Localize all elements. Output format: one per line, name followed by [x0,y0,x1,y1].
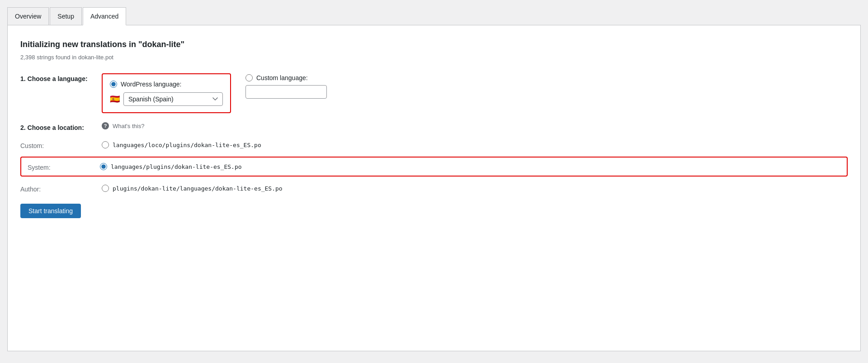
flag-emoji: 🇪🇸 [110,95,120,103]
start-translating-button[interactable]: Start translating [20,204,81,218]
custom-location-label: Custom: [20,140,102,149]
custom-location-path: languages/loco/plugins/dokan-lite-es_ES.… [113,142,261,148]
help-icon[interactable]: ? [102,122,109,129]
system-location-option: languages/plugins/dokan-lite-es_ES.po [100,163,242,170]
wp-language-radio[interactable] [110,81,117,88]
system-location-label: System: [28,162,100,171]
language-select-row: 🇪🇸 Spanish (Spain) [110,92,223,106]
custom-location-row: Custom: languages/loco/plugins/dokan-lit… [20,140,848,149]
wordpress-language-block: WordPress language: 🇪🇸 Spanish (Spain) [102,73,231,113]
language-select[interactable]: Spanish (Spain) [123,92,223,106]
wp-language-radio-label[interactable]: WordPress language: [121,81,181,88]
whats-this-text: What's this? [113,123,144,129]
system-location-radio[interactable] [100,163,107,170]
location-label: 2. Choose a location: [20,122,102,131]
tab-overview[interactable]: Overview [7,7,49,25]
author-location-option: plugins/dokan-lite/languages/dokan-lite-… [102,185,283,192]
custom-language-radio[interactable] [245,74,253,81]
tab-setup[interactable]: Setup [50,7,82,25]
custom-language-input-row [245,85,327,99]
location-help-row: ? What's this? [102,122,144,129]
wp-language-radio-row: WordPress language: [110,81,223,88]
custom-language-block: Custom language: [245,73,327,99]
custom-language-label[interactable]: Custom language: [256,74,308,81]
author-location-radio[interactable] [102,185,109,192]
custom-language-radio-row: Custom language: [245,74,327,81]
custom-location-radio[interactable] [102,141,109,148]
page-title: Initializing new translations in "dokan-… [20,40,848,49]
author-location-path: plugins/dokan-lite/languages/dokan-lite-… [113,185,283,192]
system-location-path: languages/plugins/dokan-lite-es_ES.po [111,163,242,170]
author-location-label: Author: [20,184,102,193]
content-card: Initializing new translations in "dokan-… [7,25,861,351]
system-location-inner: System: languages/plugins/dokan-lite-es_… [28,162,840,171]
custom-language-input[interactable] [245,85,327,99]
custom-location-option: languages/loco/plugins/dokan-lite-es_ES.… [102,141,261,148]
tabs-bar: Overview Setup Advanced [7,7,861,25]
author-location-row: Author: plugins/dokan-lite/languages/dok… [20,184,848,193]
system-location-highlighted: System: languages/plugins/dokan-lite-es_… [20,157,848,177]
tab-advanced[interactable]: Advanced [83,7,126,25]
language-options: WordPress language: 🇪🇸 Spanish (Spain) C… [102,73,848,113]
language-label: 1. Choose a language: [20,73,102,82]
location-section-header: 2. Choose a location: ? What's this? [20,122,848,131]
language-section: 1. Choose a language: WordPress language… [20,73,848,113]
strings-info: 2,398 strings found in dokan-lite.pot [20,54,848,61]
